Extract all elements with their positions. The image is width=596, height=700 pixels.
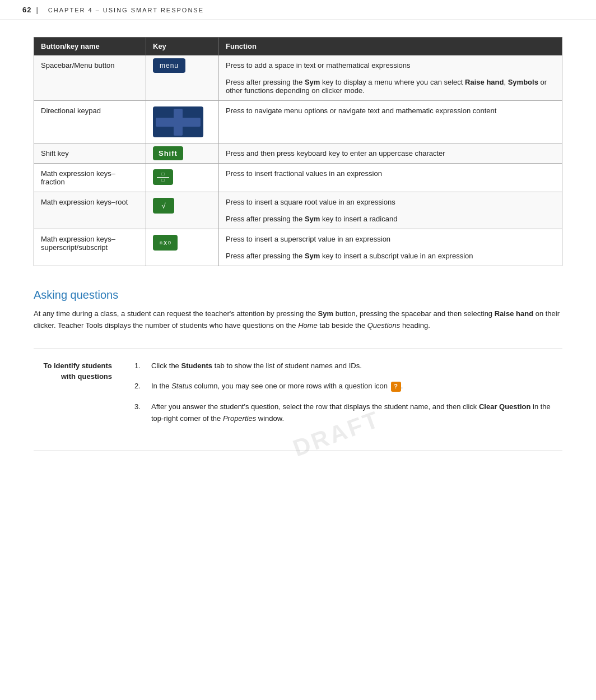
table-row: Math expression keys–root √ Press to ins… <box>34 192 562 229</box>
table-row: Shift key Shift Press and then press key… <box>34 143 562 164</box>
fraction-denominator: □ <box>157 178 169 183</box>
reference-table: Button/key name Key Function Spacebar/Me… <box>34 37 562 266</box>
status-italic: Status <box>171 382 192 390</box>
root-key-icon: √ <box>153 198 174 214</box>
row-name-dpad: Directional keypad <box>34 101 146 143</box>
page-number: 62 <box>22 6 31 14</box>
identify-students-section: To identify students with questions 1. C… <box>34 349 562 434</box>
chapter-label: CHAPTER 4 – USING SMART RESPONSE <box>48 7 204 13</box>
row-key-dpad <box>146 101 219 143</box>
row-name-superscript: Math expression keys–superscript/subscri… <box>34 229 146 266</box>
asking-questions-body: At any time during a class, a student ca… <box>34 308 562 332</box>
sym-bold-1: Sym <box>318 309 333 318</box>
page-header: 62 | CHAPTER 4 – USING SMART RESPONSE <box>0 0 596 20</box>
table-row: Math expression keys–fraction □ □ Press … <box>34 164 562 192</box>
table-row: Spacebar/Menu button menu Press to add a… <box>34 55 562 101</box>
row-key-superscript: n x 0 <box>146 229 219 266</box>
shift-key-icon: Shift <box>153 146 183 160</box>
table-row: Math expression keys–superscript/subscri… <box>34 229 562 266</box>
dpad-vertical <box>174 109 183 136</box>
row-name-fraction: Math expression keys–fraction <box>34 164 146 192</box>
row-name-shift: Shift key <box>34 143 146 164</box>
col-header-key: Key <box>146 38 219 55</box>
identify-label: To identify students with questions <box>34 360 112 434</box>
step-number-1: 1. <box>134 360 146 372</box>
dpad-key-icon <box>153 106 203 137</box>
main-content: Button/key name Key Function Spacebar/Me… <box>0 37 596 474</box>
row-func-dpad: Press to navigate menu options or naviga… <box>219 101 562 143</box>
superscript-key-icon: n x 0 <box>153 235 178 251</box>
identify-steps-list: 1. Click the Students tab to show the li… <box>134 360 562 434</box>
home-italic: Home <box>298 321 318 330</box>
row-name-root: Math expression keys–root <box>34 192 146 229</box>
row-func-superscript: Press to insert a superscript value in a… <box>219 229 562 266</box>
step-text-1: Click the Students tab to show the list … <box>151 360 562 372</box>
row-func-fraction: Press to insert fractional values in an … <box>219 164 562 192</box>
row-func-spacebar: Press to add a space in text or mathemat… <box>219 55 562 101</box>
col-header-name: Button/key name <box>34 38 146 55</box>
row-key-fraction: □ □ <box>146 164 219 192</box>
table-row: Directional keypad Press to navigate men… <box>34 101 562 143</box>
fraction-key-icon: □ □ <box>153 169 173 185</box>
step-item-3: 3. After you answer the student's questi… <box>134 401 562 425</box>
row-key-root: √ <box>146 192 219 229</box>
row-key-spacebar: menu <box>146 55 219 101</box>
asking-questions-section: Asking questions At any time during a cl… <box>34 289 562 332</box>
clear-question-bold: Clear Question <box>479 402 530 411</box>
step-text-3: After you answer the student's question,… <box>151 401 562 425</box>
dpad-inner <box>156 109 201 136</box>
step-number-3: 3. <box>134 401 146 413</box>
row-key-shift: Shift <box>146 143 219 164</box>
properties-italic: Properties <box>223 414 256 423</box>
questions-italic: Questions <box>367 321 401 330</box>
question-icon: ? <box>391 382 401 392</box>
header-separator: | <box>36 6 38 14</box>
students-tab-bold: Students <box>181 361 212 370</box>
menu-key-icon: menu <box>153 58 185 73</box>
fraction-numerator: □ <box>157 172 169 178</box>
row-func-root: Press to insert a square root value in a… <box>219 192 562 229</box>
step-item-2: 2. In the Status column, you may see one… <box>134 381 562 392</box>
step-text-2: In the Status column, you may see one or… <box>151 381 562 392</box>
col-header-function: Function <box>219 38 562 55</box>
bottom-divider <box>34 451 562 451</box>
step-number-2: 2. <box>134 381 146 392</box>
row-name-spacebar: Spacebar/Menu button <box>34 55 146 101</box>
row-func-shift: Press and then press keyboard key to ent… <box>219 143 562 164</box>
raise-hand-bold: Raise hand <box>495 309 533 318</box>
asking-questions-title: Asking questions <box>34 289 562 302</box>
step-item-1: 1. Click the Students tab to show the li… <box>134 360 562 372</box>
